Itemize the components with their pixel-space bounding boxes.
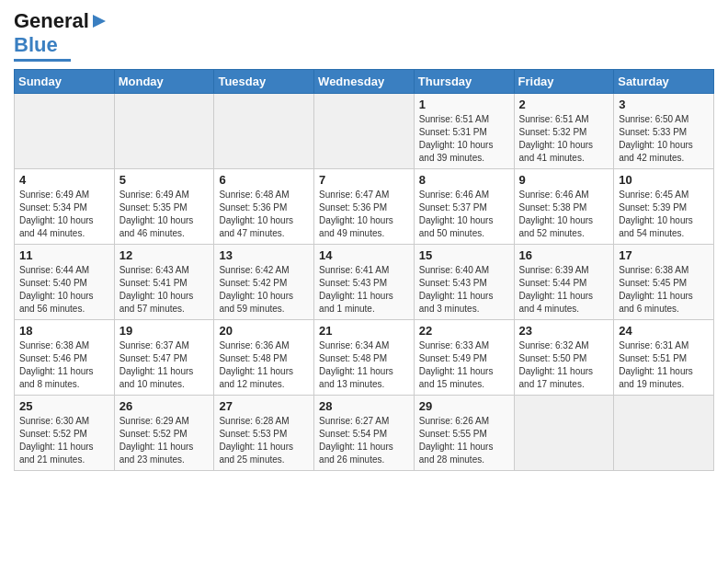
day-number: 28 — [319, 399, 409, 413]
day-number: 2 — [519, 98, 609, 111]
calendar-cell — [214, 94, 314, 169]
logo-blue: Blue — [14, 33, 58, 57]
day-number: 24 — [619, 324, 709, 338]
day-info: Sunrise: 6:45 AM Sunset: 5:39 PM Dayligh… — [619, 189, 709, 240]
header-sunday: Sunday — [15, 70, 115, 94]
calendar-cell: 6Sunrise: 6:48 AM Sunset: 5:36 PM Daylig… — [214, 169, 314, 245]
calendar-cell: 26Sunrise: 6:29 AM Sunset: 5:52 PM Dayli… — [114, 396, 214, 471]
day-info: Sunrise: 6:34 AM Sunset: 5:48 PM Dayligh… — [319, 339, 409, 391]
day-number: 8 — [419, 173, 509, 187]
day-info: Sunrise: 6:48 AM Sunset: 5:36 PM Dayligh… — [219, 189, 309, 240]
calendar-week-row: 1Sunrise: 6:51 AM Sunset: 5:31 PM Daylig… — [15, 94, 714, 169]
calendar-cell: 13Sunrise: 6:42 AM Sunset: 5:42 PM Dayli… — [214, 245, 314, 320]
day-info: Sunrise: 6:49 AM Sunset: 5:34 PM Dayligh… — [19, 189, 109, 240]
logo-general: General — [14, 9, 89, 33]
header: General Blue — [14, 9, 714, 62]
day-number: 19 — [119, 324, 210, 338]
day-number: 4 — [19, 173, 109, 187]
header-friday: Friday — [514, 70, 614, 94]
day-number: 15 — [419, 248, 509, 262]
calendar-cell: 21Sunrise: 6:34 AM Sunset: 5:48 PM Dayli… — [314, 320, 415, 396]
calendar-cell: 16Sunrise: 6:39 AM Sunset: 5:44 PM Dayli… — [514, 245, 614, 320]
calendar-cell: 18Sunrise: 6:38 AM Sunset: 5:46 PM Dayli… — [15, 320, 115, 396]
day-number: 21 — [319, 324, 409, 338]
day-info: Sunrise: 6:31 AM Sunset: 5:51 PM Dayligh… — [619, 339, 709, 391]
calendar-cell: 14Sunrise: 6:41 AM Sunset: 5:43 PM Dayli… — [314, 245, 415, 320]
day-info: Sunrise: 6:36 AM Sunset: 5:48 PM Dayligh… — [219, 339, 309, 391]
day-number: 11 — [19, 248, 109, 262]
day-info: Sunrise: 6:28 AM Sunset: 5:53 PM Dayligh… — [219, 415, 309, 466]
day-info: Sunrise: 6:42 AM Sunset: 5:42 PM Dayligh… — [219, 264, 309, 316]
day-info: Sunrise: 6:50 AM Sunset: 5:33 PM Dayligh… — [619, 113, 709, 165]
day-info: Sunrise: 6:41 AM Sunset: 5:43 PM Dayligh… — [319, 264, 409, 316]
day-info: Sunrise: 6:51 AM Sunset: 5:32 PM Dayligh… — [519, 113, 609, 165]
day-number: 10 — [619, 173, 709, 187]
calendar-cell: 29Sunrise: 6:26 AM Sunset: 5:55 PM Dayli… — [414, 396, 514, 471]
day-number: 1 — [419, 98, 509, 111]
calendar-cell: 4Sunrise: 6:49 AM Sunset: 5:34 PM Daylig… — [15, 169, 115, 245]
day-number: 9 — [519, 173, 609, 187]
day-number: 16 — [519, 248, 609, 262]
day-info: Sunrise: 6:46 AM Sunset: 5:37 PM Dayligh… — [419, 189, 509, 240]
calendar-cell: 19Sunrise: 6:37 AM Sunset: 5:47 PM Dayli… — [114, 320, 214, 396]
calendar-cell: 7Sunrise: 6:47 AM Sunset: 5:36 PM Daylig… — [314, 169, 415, 245]
logo-arrow-icon — [91, 13, 108, 29]
calendar-cell: 11Sunrise: 6:44 AM Sunset: 5:40 PM Dayli… — [15, 245, 115, 320]
day-number: 27 — [219, 399, 309, 413]
day-info: Sunrise: 6:26 AM Sunset: 5:55 PM Dayligh… — [419, 415, 509, 466]
day-number: 3 — [619, 98, 709, 111]
day-number: 6 — [219, 173, 309, 187]
calendar-cell: 15Sunrise: 6:40 AM Sunset: 5:43 PM Dayli… — [414, 245, 514, 320]
day-number: 29 — [419, 399, 509, 413]
calendar-cell: 20Sunrise: 6:36 AM Sunset: 5:48 PM Dayli… — [214, 320, 314, 396]
header-tuesday: Tuesday — [214, 70, 314, 94]
calendar-cell: 8Sunrise: 6:46 AM Sunset: 5:37 PM Daylig… — [414, 169, 514, 245]
day-number: 22 — [419, 324, 509, 338]
day-info: Sunrise: 6:38 AM Sunset: 5:45 PM Dayligh… — [619, 264, 709, 316]
day-number: 20 — [219, 324, 309, 338]
calendar-week-row: 11Sunrise: 6:44 AM Sunset: 5:40 PM Dayli… — [15, 245, 714, 320]
calendar-table: SundayMondayTuesdayWednesdayThursdayFrid… — [14, 69, 714, 471]
day-number: 17 — [619, 248, 709, 262]
day-number: 7 — [319, 173, 409, 187]
day-info: Sunrise: 6:33 AM Sunset: 5:49 PM Dayligh… — [419, 339, 509, 391]
calendar-cell: 2Sunrise: 6:51 AM Sunset: 5:32 PM Daylig… — [514, 94, 614, 169]
day-info: Sunrise: 6:27 AM Sunset: 5:54 PM Dayligh… — [319, 415, 409, 466]
calendar-cell: 28Sunrise: 6:27 AM Sunset: 5:54 PM Dayli… — [314, 396, 415, 471]
day-info: Sunrise: 6:47 AM Sunset: 5:36 PM Dayligh… — [319, 189, 409, 240]
calendar-cell: 24Sunrise: 6:31 AM Sunset: 5:51 PM Dayli… — [614, 320, 714, 396]
logo-underline — [14, 59, 71, 62]
day-info: Sunrise: 6:46 AM Sunset: 5:38 PM Dayligh… — [519, 189, 609, 240]
calendar-cell: 17Sunrise: 6:38 AM Sunset: 5:45 PM Dayli… — [614, 245, 714, 320]
day-info: Sunrise: 6:40 AM Sunset: 5:43 PM Dayligh… — [419, 264, 509, 316]
day-info: Sunrise: 6:43 AM Sunset: 5:41 PM Dayligh… — [119, 264, 210, 316]
calendar-cell — [114, 94, 214, 169]
day-number: 18 — [19, 324, 109, 338]
calendar-cell — [15, 94, 115, 169]
day-number: 26 — [119, 399, 210, 413]
day-info: Sunrise: 6:49 AM Sunset: 5:35 PM Dayligh… — [119, 189, 210, 240]
calendar-cell — [314, 94, 415, 169]
day-info: Sunrise: 6:37 AM Sunset: 5:47 PM Dayligh… — [119, 339, 210, 391]
day-number: 25 — [19, 399, 109, 413]
calendar-cell: 12Sunrise: 6:43 AM Sunset: 5:41 PM Dayli… — [114, 245, 214, 320]
day-info: Sunrise: 6:39 AM Sunset: 5:44 PM Dayligh… — [519, 264, 609, 316]
calendar-cell: 1Sunrise: 6:51 AM Sunset: 5:31 PM Daylig… — [414, 94, 514, 169]
day-number: 13 — [219, 248, 309, 262]
header-saturday: Saturday — [614, 70, 714, 94]
calendar-cell: 9Sunrise: 6:46 AM Sunset: 5:38 PM Daylig… — [514, 169, 614, 245]
calendar-week-row: 4Sunrise: 6:49 AM Sunset: 5:34 PM Daylig… — [15, 169, 714, 245]
calendar-week-row: 18Sunrise: 6:38 AM Sunset: 5:46 PM Dayli… — [15, 320, 714, 396]
calendar-cell — [614, 396, 714, 471]
day-info: Sunrise: 6:32 AM Sunset: 5:50 PM Dayligh… — [519, 339, 609, 391]
calendar-cell: 27Sunrise: 6:28 AM Sunset: 5:53 PM Dayli… — [214, 396, 314, 471]
day-number: 14 — [319, 248, 409, 262]
day-info: Sunrise: 6:38 AM Sunset: 5:46 PM Dayligh… — [19, 339, 109, 391]
day-info: Sunrise: 6:51 AM Sunset: 5:31 PM Dayligh… — [419, 113, 509, 165]
calendar-header-row: SundayMondayTuesdayWednesdayThursdayFrid… — [15, 70, 714, 94]
calendar-cell: 23Sunrise: 6:32 AM Sunset: 5:50 PM Dayli… — [514, 320, 614, 396]
header-thursday: Thursday — [414, 70, 514, 94]
calendar-week-row: 25Sunrise: 6:30 AM Sunset: 5:52 PM Dayli… — [15, 396, 714, 471]
day-number: 23 — [519, 324, 609, 338]
day-number: 5 — [119, 173, 210, 187]
